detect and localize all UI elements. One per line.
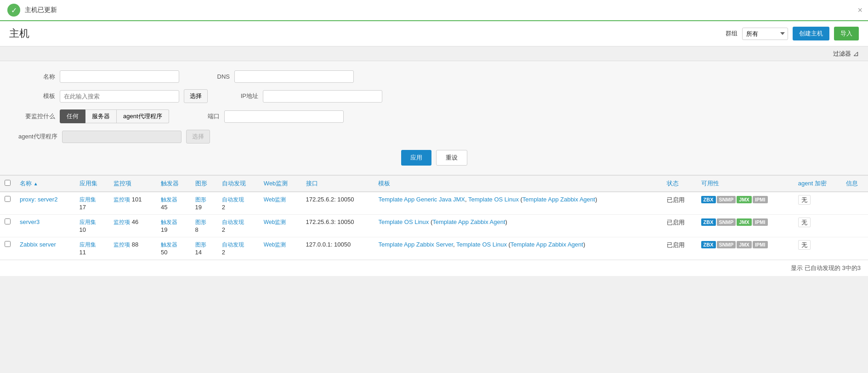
col-info: 信息 bbox=[841, 176, 868, 192]
row-appset-cell: 应用集10 bbox=[75, 215, 109, 237]
notification-close-button[interactable]: × bbox=[857, 6, 862, 15]
template-link[interactable]: Template App Zabbix Server bbox=[378, 241, 453, 248]
row-status-cell: 已启用 bbox=[662, 192, 697, 215]
filter-group-monitor: 要监控什么 任何 服务器 agent代理程序 bbox=[18, 109, 169, 123]
ip-input[interactable] bbox=[263, 90, 382, 103]
appset-link[interactable]: 应用集 bbox=[79, 196, 96, 203]
ip-label: IP地址 bbox=[221, 92, 258, 100]
host-name-link[interactable]: Zabbix server bbox=[20, 241, 56, 248]
template-link[interactable]: Template OS Linux bbox=[378, 218, 429, 225]
row-info-cell bbox=[841, 237, 868, 260]
name-input[interactable] bbox=[60, 70, 179, 83]
col-availability: 可用性 bbox=[697, 176, 794, 192]
graph-link[interactable]: 图形 bbox=[195, 196, 206, 203]
row-graph-cell: 图形19 bbox=[191, 192, 217, 215]
row-name-cell: server3 bbox=[15, 215, 75, 237]
row-graph-cell: 图形14 bbox=[191, 237, 217, 260]
template-link[interactable]: Template App Zabbix Agent bbox=[511, 241, 583, 248]
appset-link[interactable]: 应用集 bbox=[79, 219, 96, 225]
port-input[interactable] bbox=[224, 110, 344, 123]
monitor-server-button[interactable]: 服务器 bbox=[85, 109, 117, 123]
filter-panel: 名称 DNS 模板 选择 IP地址 要监控什么 任何 服务器 agent代理程序 bbox=[0, 61, 868, 175]
page-title: 主机 bbox=[9, 27, 29, 40]
web-link[interactable]: Web监测 bbox=[264, 241, 286, 248]
template-link[interactable]: Template App Zabbix Agent bbox=[522, 196, 595, 203]
hosts-table: 名称 应用集 监控项 触发器 图形 自动发现 Web监测 接口 模板 状态 可用… bbox=[0, 175, 868, 260]
appset-link[interactable]: 应用集 bbox=[79, 241, 96, 248]
trigger-link[interactable]: 触发器 bbox=[161, 219, 177, 225]
col-web-monitor: Web监测 bbox=[259, 176, 301, 192]
col-name[interactable]: 名称 bbox=[15, 176, 75, 192]
row-checkbox[interactable] bbox=[5, 218, 11, 224]
template-select-button[interactable]: 选择 bbox=[184, 89, 208, 103]
template-search-input[interactable] bbox=[60, 90, 179, 103]
graph-link[interactable]: 图形 bbox=[195, 219, 206, 225]
agent-encrypt-badge: 无 bbox=[798, 240, 811, 250]
row-web-cell: Web监测 bbox=[259, 215, 301, 237]
monitor-link[interactable]: 监控项 bbox=[113, 219, 130, 225]
template-link[interactable]: Template OS Linux bbox=[468, 196, 519, 203]
row-info-cell bbox=[841, 215, 868, 237]
reset-button[interactable]: 重设 bbox=[436, 150, 467, 166]
row-autodiscover-cell: 自动发现2 bbox=[217, 215, 259, 237]
row-appset-cell: 应用集11 bbox=[75, 237, 109, 260]
row-interface-cell: 172.25.6.2: 10050 bbox=[301, 192, 374, 215]
table-row: proxy: server2应用集17监控项 101触发器45图形19自动发现2… bbox=[0, 192, 868, 215]
header-controls: 群组 所有 创建主机 导入 bbox=[726, 27, 859, 40]
page-header: 主机 群组 所有 创建主机 导入 bbox=[0, 21, 868, 46]
select-all-checkbox[interactable] bbox=[5, 180, 11, 186]
create-host-button[interactable]: 创建主机 bbox=[793, 27, 829, 40]
dns-input[interactable] bbox=[234, 70, 354, 83]
row-trigger-cell: 触发器45 bbox=[156, 192, 191, 215]
row-checkbox-cell bbox=[0, 237, 15, 260]
badge-jmx: JMX bbox=[737, 196, 752, 203]
filter-row-4: agent代理程序 选择 bbox=[18, 130, 850, 143]
monitor-any-button[interactable]: 任何 bbox=[60, 109, 85, 123]
web-link[interactable]: Web监测 bbox=[264, 219, 286, 225]
row-checkbox[interactable] bbox=[5, 196, 11, 202]
filter-group-template: 模板 选择 bbox=[18, 89, 208, 103]
template-label: 模板 bbox=[18, 92, 55, 100]
row-agent-cell: 无 bbox=[794, 192, 841, 215]
trigger-link[interactable]: 触发器 bbox=[161, 241, 177, 248]
filter-row-3: 要监控什么 任何 服务器 agent代理程序 端口 bbox=[18, 109, 850, 123]
agent-encrypt-badge: 无 bbox=[798, 195, 811, 205]
autodiscover-link[interactable]: 自动发现 bbox=[222, 219, 244, 225]
apply-button[interactable]: 应用 bbox=[401, 150, 431, 166]
autodiscover-link[interactable]: 自动发现 bbox=[222, 196, 244, 203]
badge-snmp: SNMP bbox=[717, 196, 736, 203]
autodiscover-link[interactable]: 自动发现 bbox=[222, 241, 244, 248]
monitor-link[interactable]: 监控项 bbox=[113, 241, 130, 248]
badge-snmp: SNMP bbox=[717, 241, 736, 248]
template-link[interactable]: Template App Generic Java JMX bbox=[378, 196, 465, 203]
row-template-cell: Template OS Linux (Template App Zabbix A… bbox=[374, 215, 662, 237]
row-checkbox[interactable] bbox=[5, 241, 11, 247]
group-select[interactable]: 所有 bbox=[742, 28, 788, 40]
row-template-cell: Template App Generic Java JMX, Template … bbox=[374, 192, 662, 215]
host-name-link[interactable]: proxy: server2 bbox=[20, 196, 57, 203]
row-appset-cell: 应用集17 bbox=[75, 192, 109, 215]
row-interface-cell: 172.25.6.3: 10050 bbox=[301, 215, 374, 237]
table-row: Zabbix server应用集11监控项 88触发器50图形14自动发现2We… bbox=[0, 237, 868, 260]
template-link[interactable]: Template App Zabbix Agent bbox=[432, 218, 505, 225]
web-link[interactable]: Web监测 bbox=[264, 196, 286, 203]
trigger-link[interactable]: 触发器 bbox=[161, 196, 177, 203]
host-name-link[interactable]: server3 bbox=[20, 218, 40, 225]
agent-encrypt-badge: 无 bbox=[798, 218, 811, 227]
filter-actions: 应用 重设 bbox=[18, 150, 850, 166]
badge-zbx: ZBX bbox=[701, 218, 716, 226]
table-row: server3应用集10监控项 46触发器19图形8自动发现2Web监测172.… bbox=[0, 215, 868, 237]
col-agent: agent 加密 bbox=[794, 176, 841, 192]
filter-group-proxy: agent代理程序 选择 bbox=[18, 130, 210, 143]
proxy-select-button[interactable]: 选择 bbox=[186, 130, 210, 143]
filter-label[interactable]: 过滤器 bbox=[833, 50, 851, 58]
monitor-toggle-group: 任何 服务器 agent代理程序 bbox=[60, 109, 169, 123]
badge-ipmi: IPMI bbox=[753, 218, 768, 226]
template-link[interactable]: Template OS Linux bbox=[456, 241, 507, 248]
col-checkbox bbox=[0, 176, 15, 192]
monitor-agent-button[interactable]: agent代理程序 bbox=[117, 109, 169, 123]
monitor-link[interactable]: 监控项 bbox=[113, 196, 130, 203]
import-button[interactable]: 导入 bbox=[834, 27, 859, 40]
filter-group-name: 名称 bbox=[18, 70, 179, 83]
graph-link[interactable]: 图形 bbox=[195, 241, 206, 248]
